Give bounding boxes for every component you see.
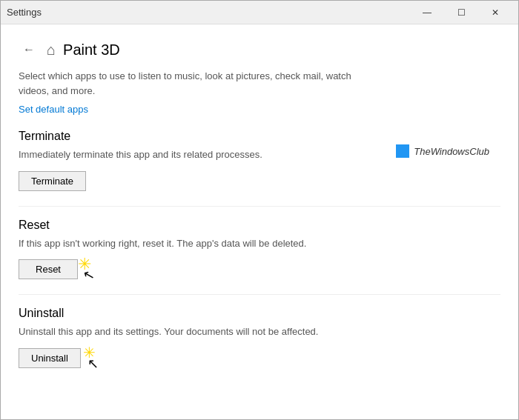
main-content: ← ⌂ Paint 3D Select which apps to use to… xyxy=(1,24,518,419)
titlebar-title: Settings xyxy=(7,7,42,18)
terminate-title: Terminate xyxy=(19,130,500,143)
terminate-section: Terminate Immediately terminate this app… xyxy=(19,130,500,191)
close-button[interactable]: ✕ xyxy=(478,1,512,24)
watermark-icon xyxy=(396,144,409,158)
divider-1 xyxy=(19,206,500,207)
reset-description: If this app isn't working right, reset i… xyxy=(19,236,500,251)
content-area: ← ⌂ Paint 3D Select which apps to use to… xyxy=(1,24,518,419)
back-arrow-icon: ← xyxy=(23,43,35,56)
titlebar: Settings — ☐ ✕ xyxy=(1,1,518,24)
cursor-icon: ↖ xyxy=(81,265,96,284)
reset-section: Reset If this app isn't working right, r… xyxy=(19,219,500,280)
settings-window: Settings — ☐ ✕ ← ⌂ Paint 3D Select which… xyxy=(0,0,519,420)
reset-button-wrapper: Reset ✳ ↖ xyxy=(19,259,78,279)
divider-2 xyxy=(19,294,500,295)
watermark: TheWindowsClub xyxy=(396,144,489,158)
uninstall-cursor-icon: ↖ xyxy=(87,356,99,372)
minimize-button[interactable]: — xyxy=(410,1,444,24)
uninstall-section: Uninstall Uninstall this app and its set… xyxy=(19,307,500,368)
set-default-apps-link[interactable]: Set default apps xyxy=(19,104,88,115)
uninstall-burst-icon: ✳ xyxy=(83,344,96,361)
maximize-button[interactable]: ☐ xyxy=(444,1,478,24)
back-arrow-button[interactable]: ← xyxy=(19,39,39,60)
page-header: ← ⌂ Paint 3D xyxy=(19,39,500,60)
home-icon: ⌂ xyxy=(47,41,56,59)
reset-button[interactable]: Reset xyxy=(19,259,78,279)
terminate-button[interactable]: Terminate xyxy=(19,171,86,191)
uninstall-title: Uninstall xyxy=(19,307,500,320)
uninstall-description: Uninstall this app and its settings. You… xyxy=(19,324,500,339)
uninstall-button-wrapper: Uninstall ✳ ↖ xyxy=(19,348,81,368)
intro-description: Select which apps to use to listen to mu… xyxy=(19,69,374,98)
uninstall-button[interactable]: Uninstall xyxy=(19,348,81,368)
titlebar-controls: — ☐ ✕ xyxy=(410,1,512,24)
page-title: Paint 3D xyxy=(63,41,120,59)
titlebar-left: Settings xyxy=(7,7,42,18)
watermark-text: TheWindowsClub xyxy=(414,146,489,157)
reset-title: Reset xyxy=(19,219,500,232)
